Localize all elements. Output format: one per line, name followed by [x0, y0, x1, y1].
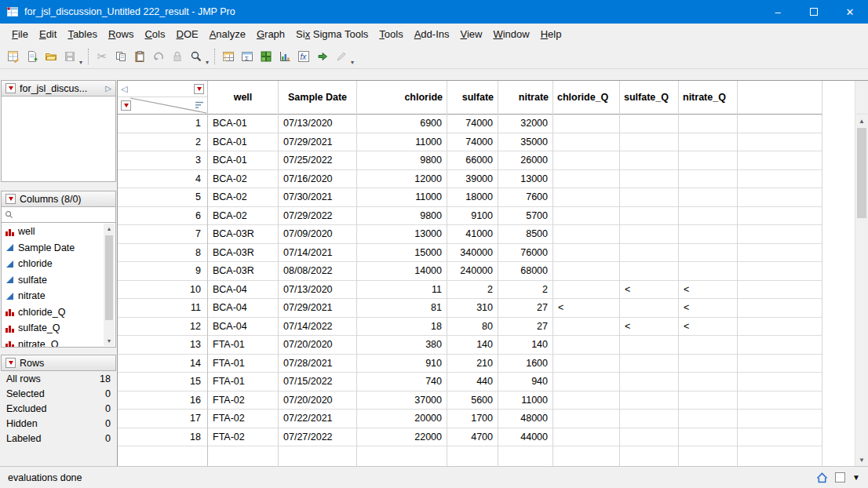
- menu-window[interactable]: Window: [487, 26, 534, 42]
- column-item-chloride[interactable]: chloride: [2, 256, 115, 272]
- cell-well[interactable]: FTA-02: [208, 428, 278, 447]
- cell-sulfate_q[interactable]: [620, 336, 678, 355]
- cell-sulfate_q[interactable]: [620, 133, 678, 152]
- cell-sulfate[interactable]: 310: [447, 299, 498, 318]
- cell-sulfate_q[interactable]: [620, 391, 678, 410]
- new-journal-icon[interactable]: [23, 47, 42, 66]
- cell-chloride[interactable]: 910: [357, 355, 447, 373]
- cell-sulfate[interactable]: 440: [447, 373, 498, 391]
- column-item-nitrate[interactable]: nitrate: [2, 288, 115, 304]
- column-item-sulfate[interactable]: sulfate: [2, 272, 115, 289]
- cell-chloride[interactable]: 14000: [357, 262, 447, 281]
- cell-nitrate_q[interactable]: [679, 355, 737, 373]
- cell-date[interactable]: 07/27/2022: [279, 428, 356, 447]
- cell-well[interactable]: FTA-02: [208, 410, 278, 428]
- column-header-nitrate_q[interactable]: nitrate_Q: [679, 81, 737, 115]
- cell-nitrate_q[interactable]: [679, 170, 737, 189]
- cell-nitrate_q[interactable]: <: [679, 299, 737, 318]
- cell-date[interactable]: 07/20/2020: [279, 336, 356, 355]
- cell-nitrate_q[interactable]: [679, 151, 737, 170]
- cell-nitrate[interactable]: 26000: [498, 151, 553, 170]
- cell-sulfate_q[interactable]: [620, 410, 678, 428]
- toolbar-overflow-caret[interactable]: ▾: [351, 59, 354, 66]
- row-number[interactable]: 14: [118, 355, 207, 373]
- column-header-well[interactable]: well: [208, 81, 278, 115]
- menu-add-ins[interactable]: Add-Ins: [409, 26, 455, 42]
- cell-date[interactable]: 07/29/2021: [279, 133, 356, 152]
- cell-nitrate[interactable]: 140: [498, 336, 553, 355]
- cell-date[interactable]: 07/25/2022: [279, 151, 356, 170]
- cell-nitrate_q[interactable]: <: [679, 281, 737, 300]
- cell-chloride_q[interactable]: [553, 373, 619, 391]
- rows-stat-labeled[interactable]: Labeled0: [1, 431, 116, 446]
- cell-date[interactable]: 07/15/2022: [279, 373, 356, 391]
- cell-date[interactable]: 07/29/2021: [279, 299, 356, 318]
- cell-sulfate[interactable]: 340000: [447, 244, 498, 263]
- cell-chloride_q[interactable]: [553, 428, 619, 447]
- cell-chloride[interactable]: 11: [357, 281, 447, 300]
- scroll-down-icon[interactable]: ▼: [859, 453, 865, 466]
- undo-icon[interactable]: [149, 47, 168, 66]
- cell-chloride_q[interactable]: [553, 355, 619, 373]
- cell-chloride[interactable]: 15000: [357, 244, 447, 263]
- cell-sulfate[interactable]: 80: [447, 318, 498, 337]
- cell-chloride[interactable]: 13000: [357, 225, 447, 244]
- scrollbar-track[interactable]: [104, 234, 115, 336]
- menu-graph[interactable]: Graph: [251, 26, 290, 42]
- cell-chloride[interactable]: 18: [357, 318, 447, 337]
- tile-windows-icon[interactable]: [257, 47, 275, 66]
- row-number[interactable]: 2: [118, 133, 207, 152]
- cell-sulfate_q[interactable]: [620, 373, 678, 391]
- column-item-nitrate-q[interactable]: nitrate_Q: [2, 337, 115, 348]
- cell-date[interactable]: 08/08/2022: [279, 262, 356, 281]
- cell-well[interactable]: BCA-01: [208, 115, 278, 133]
- menu-cols[interactable]: Cols: [139, 26, 170, 42]
- scroll-down-icon[interactable]: ▼: [107, 336, 112, 346]
- cell-nitrate_q[interactable]: [679, 115, 737, 133]
- cell-nitrate[interactable]: 32000: [498, 115, 553, 133]
- cell-chloride[interactable]: 11000: [357, 188, 447, 207]
- row-number[interactable]: 5: [118, 188, 207, 207]
- cell-sulfate_q[interactable]: [620, 428, 678, 447]
- cell-sulfate[interactable]: 39000: [447, 170, 498, 189]
- collapse-panel-icon[interactable]: ◁: [121, 85, 127, 93]
- cell-nitrate[interactable]: 11000: [498, 391, 553, 410]
- cell-nitrate[interactable]: 940: [498, 373, 553, 391]
- cell-date[interactable]: 07/13/2020: [279, 281, 356, 300]
- cell-sulfate[interactable]: 74000: [447, 133, 498, 152]
- menu-analyze[interactable]: Analyze: [204, 26, 251, 42]
- cell-nitrate[interactable]: 13000: [498, 170, 553, 189]
- zoom-caret[interactable]: ▾: [206, 59, 209, 66]
- cell-chloride_q[interactable]: [553, 133, 619, 152]
- vertical-scrollbar[interactable]: ▲ ▼: [855, 81, 868, 466]
- cell-nitrate[interactable]: 48000: [498, 410, 553, 428]
- cell-date[interactable]: 07/14/2021: [279, 244, 356, 263]
- column-item-chloride-q[interactable]: chloride_Q: [2, 304, 115, 321]
- row-number[interactable]: 9: [118, 262, 207, 281]
- column-header-date[interactable]: Sample Date: [279, 81, 356, 115]
- run-script-icon[interactable]: [313, 47, 332, 66]
- cell-chloride[interactable]: 9800: [357, 207, 447, 226]
- table-scripts-list[interactable]: [1, 96, 116, 182]
- menu-view[interactable]: View: [455, 26, 488, 42]
- row-number[interactable]: 16: [118, 391, 207, 410]
- cell-sulfate_q[interactable]: <: [620, 318, 678, 337]
- cell-chloride_q[interactable]: [553, 318, 619, 337]
- cell-well[interactable]: BCA-02: [208, 188, 278, 207]
- save-icon[interactable]: [60, 47, 79, 66]
- status-checkbox[interactable]: [835, 472, 845, 483]
- row-number[interactable]: 10: [118, 281, 207, 300]
- scrollbar-thumb[interactable]: [857, 128, 866, 218]
- row-number[interactable]: 13: [118, 336, 207, 355]
- columns-menu-icon[interactable]: [194, 84, 204, 94]
- column-search-input[interactable]: [16, 209, 112, 220]
- cell-sulfate[interactable]: 2: [447, 281, 498, 300]
- cell-nitrate_q[interactable]: [679, 373, 737, 391]
- status-dropdown-icon[interactable]: ▼: [852, 473, 860, 482]
- cell-well[interactable]: BCA-01: [208, 133, 278, 152]
- cell-nitrate[interactable]: 68000: [498, 262, 553, 281]
- cell-nitrate_q[interactable]: [679, 410, 737, 428]
- cell-well[interactable]: BCA-04: [208, 299, 278, 318]
- cell-date[interactable]: 07/13/2020: [279, 115, 356, 133]
- cell-chloride_q[interactable]: [553, 391, 619, 410]
